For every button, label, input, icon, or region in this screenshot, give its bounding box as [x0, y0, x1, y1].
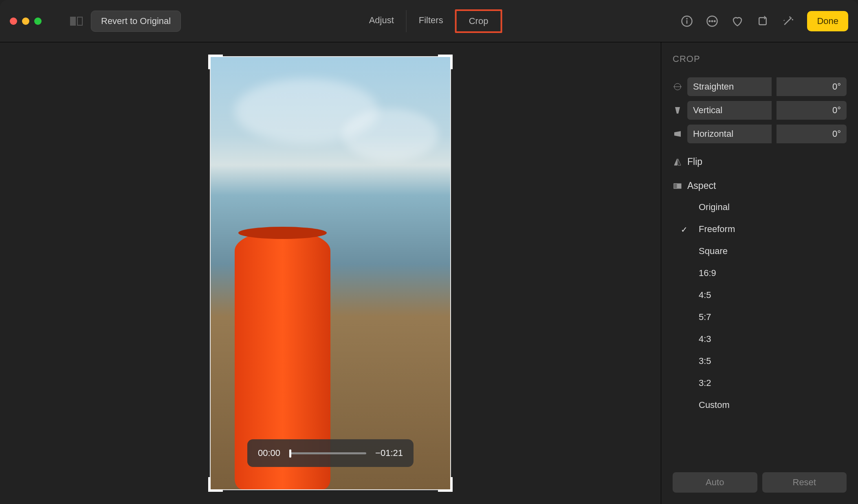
reset-button[interactable]: Reset — [762, 472, 847, 493]
svg-rect-11 — [674, 184, 677, 188]
aspect-4-3[interactable]: 4:3 — [692, 328, 847, 350]
revert-to-original-button[interactable]: Revert to Original — [91, 11, 181, 32]
check-icon: ✓ — [681, 225, 688, 234]
tab-filters[interactable]: Filters — [407, 10, 456, 32]
edit-mode-tabs: Adjust Filters Crop — [357, 10, 502, 32]
scrubber-track[interactable] — [289, 452, 366, 454]
horizontal-value[interactable]: 0° — [777, 125, 847, 143]
aspect-list: Original ✓Freeform Square 16:9 4:5 5:7 4… — [673, 196, 847, 416]
vertical-label: Vertical — [687, 101, 772, 120]
vertical-value[interactable]: 0° — [777, 101, 847, 120]
crop-handle-tr[interactable] — [438, 55, 453, 69]
aspect-label: Aspect — [687, 180, 716, 191]
aspect-header[interactable]: Aspect — [673, 180, 847, 191]
svg-point-4 — [709, 20, 711, 22]
toolbar-right: Done — [681, 11, 848, 31]
vertical-row[interactable]: Vertical 0° — [673, 101, 847, 120]
sidebar-footer: Auto Reset — [673, 460, 847, 493]
aspect-custom[interactable]: Custom — [692, 394, 847, 416]
flip-button[interactable]: Flip — [673, 156, 847, 167]
straighten-value[interactable]: 0° — [777, 77, 847, 96]
horizontal-row[interactable]: Horizontal 0° — [673, 125, 847, 143]
info-icon[interactable] — [681, 15, 693, 27]
aspect-icon — [673, 181, 682, 191]
svg-point-5 — [712, 20, 713, 22]
svg-point-2 — [687, 18, 687, 19]
crop-handle-tl[interactable] — [208, 55, 223, 69]
aspect-original[interactable]: Original — [692, 196, 847, 218]
aspect-5-7[interactable]: 5:7 — [692, 306, 847, 328]
current-time: 00:00 — [258, 448, 280, 458]
favorite-icon[interactable] — [731, 15, 744, 27]
straighten-row[interactable]: Straighten 0° — [673, 77, 847, 96]
video-scrubber: 00:00 −01:21 — [247, 439, 414, 467]
straighten-label: Straighten — [687, 77, 772, 96]
straighten-icon — [673, 82, 682, 92]
panel-title: CROP — [673, 54, 847, 64]
horizontal-label: Horizontal — [687, 125, 772, 143]
crop-handle-br[interactable] — [438, 477, 453, 492]
fullscreen-window-button[interactable] — [34, 18, 42, 25]
close-window-button[interactable] — [10, 18, 17, 25]
compare-icon[interactable] — [70, 17, 83, 26]
svg-point-6 — [714, 20, 715, 22]
tab-crop[interactable]: Crop — [455, 9, 502, 33]
auto-button[interactable]: Auto — [673, 472, 757, 493]
main-area: 00:00 −01:21 CROP Straighten 0° Vertical… — [0, 42, 858, 504]
crop-handle-bl[interactable] — [208, 477, 223, 492]
flip-icon — [673, 157, 682, 167]
toolbar: Revert to Original Adjust Filters Crop D… — [0, 0, 858, 42]
tab-adjust[interactable]: Adjust — [357, 10, 407, 32]
aspect-3-5[interactable]: 3:5 — [692, 350, 847, 372]
canvas: 00:00 −01:21 — [0, 42, 661, 504]
scrubber-thumb[interactable] — [289, 449, 291, 458]
aspect-square[interactable]: Square — [692, 240, 847, 262]
flip-label: Flip — [687, 156, 702, 167]
aspect-16-9[interactable]: 16:9 — [692, 262, 847, 284]
media-preview — [211, 57, 450, 489]
horizontal-perspective-icon — [673, 129, 682, 139]
remaining-time: −01:21 — [375, 448, 403, 458]
aspect-4-5[interactable]: 4:5 — [692, 284, 847, 306]
window-controls — [10, 18, 42, 25]
rotate-icon[interactable] — [757, 15, 769, 27]
enhance-icon[interactable] — [782, 15, 794, 27]
aspect-3-2[interactable]: 3:2 — [692, 372, 847, 394]
crop-sidebar: CROP Straighten 0° Vertical 0° Horizonta… — [661, 42, 858, 504]
aspect-freeform[interactable]: ✓Freeform — [692, 218, 847, 240]
minimize-window-button[interactable] — [22, 18, 29, 25]
done-button[interactable]: Done — [807, 11, 848, 31]
more-icon[interactable] — [706, 15, 718, 27]
vertical-perspective-icon — [673, 105, 682, 115]
crop-frame[interactable]: 00:00 −01:21 — [210, 56, 451, 490]
